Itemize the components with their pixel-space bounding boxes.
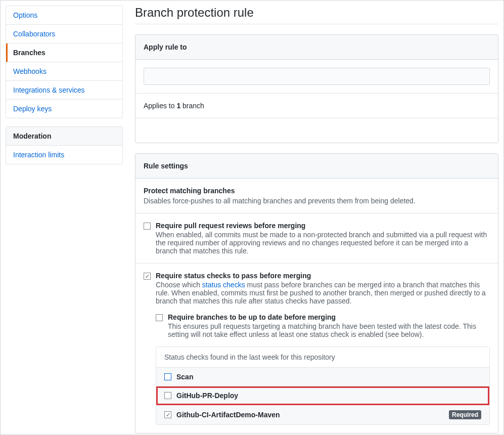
protect-title: Protect matching branches — [144, 187, 490, 195]
status-checks-list: Status checks found in the last week for… — [156, 346, 490, 425]
checkbox-require-pr-reviews[interactable] — [144, 223, 151, 230]
applies-to-row: Applies to 1 branch — [135, 93, 498, 118]
protect-desc: Disables force-pushes to all matching br… — [144, 197, 490, 205]
status-checks-header: Status checks found in the last week for… — [156, 347, 489, 368]
rule-settings-box: Rule settings Protect matching branches … — [135, 153, 498, 433]
sidebar-item-deploy-keys[interactable]: Deploy keys — [6, 100, 122, 118]
spacer — [135, 118, 498, 143]
sidebar-item-options[interactable]: Options — [6, 6, 122, 25]
sidebar-menu-moderation: Moderation Interaction limits — [6, 126, 123, 164]
sidebar-header-moderation: Moderation — [6, 127, 122, 146]
rule-settings-header: Rule settings — [135, 154, 498, 179]
checkbox-scan[interactable] — [164, 373, 171, 380]
apply-rule-header: Apply rule to — [135, 35, 498, 60]
apply-rule-input[interactable] — [144, 68, 490, 85]
status-check-name: Github-CI-ArtifactDemo-Maven — [176, 411, 449, 419]
page-title: Branch protection rule — [135, 6, 498, 24]
status-check-scan[interactable]: Scan — [156, 368, 489, 386]
apply-rule-box: Apply rule to Applies to 1 branch — [135, 34, 498, 143]
label-require-status-checks: Require status checks to pass before mer… — [156, 272, 490, 280]
label-require-uptodate: Require branches to be up to date before… — [168, 313, 490, 321]
sidebar-item-branches[interactable]: Branches — [6, 44, 122, 62]
required-badge: Required — [449, 410, 481, 419]
checkbox-require-uptodate[interactable] — [156, 314, 163, 321]
status-check-ci-artifact[interactable]: Github-CI-ArtifactDemo-Maven Required — [156, 405, 489, 424]
desc-require-pr-reviews: When enabled, all commits must be made t… — [156, 231, 490, 255]
checkbox-pr-deploy[interactable] — [164, 392, 171, 399]
status-check-name: Scan — [176, 373, 481, 381]
label-require-pr-reviews: Require pull request reviews before merg… — [156, 222, 490, 230]
checkbox-ci-artifact[interactable] — [164, 411, 171, 418]
status-check-pr-deploy[interactable]: GitHub-PR-Deploy — [156, 386, 489, 405]
protect-section: Protect matching branches Disables force… — [135, 179, 498, 213]
sidebar-menu-main: Options Collaborators Branches Webhooks … — [6, 6, 123, 118]
rule-require-status-checks: Require status checks to pass before mer… — [135, 264, 498, 433]
desc-require-uptodate: This ensures pull requests targeting a m… — [168, 322, 490, 338]
sidebar-item-webhooks[interactable]: Webhooks — [6, 62, 122, 81]
main-content: Branch protection rule Apply rule to App… — [123, 6, 498, 429]
rule-require-uptodate: Require branches to be up to date before… — [156, 313, 490, 338]
rule-require-pr-reviews: Require pull request reviews before merg… — [135, 213, 498, 264]
sidebar-item-interaction-limits[interactable]: Interaction limits — [6, 146, 122, 164]
status-check-name: GitHub-PR-Deploy — [176, 392, 481, 400]
desc-require-status-checks: Choose which status checks must pass bef… — [156, 281, 490, 305]
sidebar-item-collaborators[interactable]: Collaborators — [6, 25, 122, 44]
sidebar-item-integrations[interactable]: Integrations & services — [6, 81, 122, 100]
link-status-checks[interactable]: status checks — [202, 281, 245, 289]
settings-sidebar: Options Collaborators Branches Webhooks … — [6, 6, 123, 429]
checkbox-require-status-checks[interactable] — [144, 273, 151, 280]
